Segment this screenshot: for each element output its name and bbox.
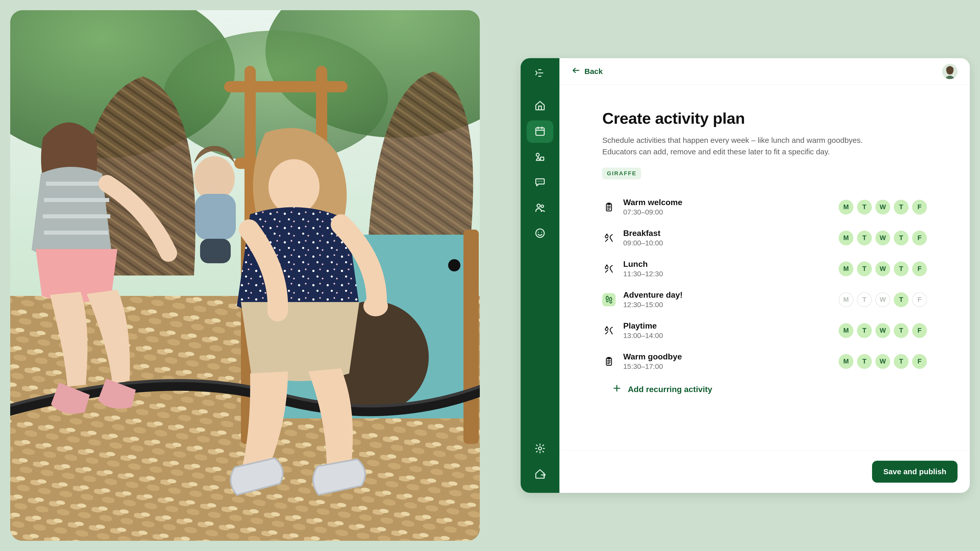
sidebar-item-people[interactable] — [527, 197, 553, 219]
day-toggle[interactable]: W — [875, 323, 890, 338]
sidebar-item-calendar[interactable] — [527, 121, 553, 143]
main-panel: Back Create activity plan Schedule activ… — [559, 58, 970, 493]
sidebar-item-home[interactable] — [527, 95, 553, 118]
svg-rect-36 — [463, 230, 479, 444]
svg-point-48 — [269, 159, 320, 214]
activity-time: 12:30–15:00 — [623, 301, 682, 309]
day-toggle[interactable]: F — [912, 292, 927, 307]
utensils-icon — [602, 324, 616, 337]
calendar-icon — [535, 125, 546, 138]
topbar: Back — [559, 58, 970, 85]
back-button[interactable]: Back — [572, 66, 603, 76]
day-toggle[interactable]: T — [894, 323, 908, 338]
day-toggle-group: MTWTF — [838, 200, 927, 214]
footer: Save and publish — [559, 450, 970, 493]
day-toggle-group: MTWTF — [838, 292, 927, 307]
day-toggle[interactable]: W — [875, 292, 890, 307]
people-icon — [535, 202, 546, 214]
smile-icon — [535, 227, 546, 240]
day-toggle[interactable]: F — [912, 230, 927, 245]
day-toggle[interactable]: M — [838, 230, 853, 245]
sidebar — [520, 58, 559, 493]
svg-point-39 — [448, 259, 460, 272]
home-icon — [535, 100, 546, 112]
chat-icon — [535, 176, 546, 189]
activity-title: Adventure day! — [623, 290, 682, 300]
avatar-image — [942, 64, 958, 79]
day-toggle[interactable]: F — [912, 323, 927, 338]
svg-point-49 — [363, 296, 388, 316]
day-toggle[interactable]: M — [838, 292, 853, 307]
avatar[interactable] — [942, 64, 958, 79]
page-description: Schedule activities that happen every we… — [602, 135, 873, 157]
day-toggle-group: MTWTF — [838, 354, 927, 369]
clipboard-icon — [602, 355, 616, 368]
day-toggle[interactable]: W — [875, 200, 890, 214]
svg-rect-42 — [200, 239, 231, 263]
activity-time: 13:00–14:00 — [623, 332, 663, 340]
day-toggle[interactable]: T — [894, 354, 908, 369]
day-toggle[interactable]: F — [912, 354, 927, 369]
day-toggle[interactable]: T — [894, 292, 908, 307]
day-toggle[interactable]: T — [857, 292, 872, 307]
activity-time: 09:00–10:00 — [623, 239, 663, 247]
day-toggle[interactable]: T — [857, 323, 872, 338]
activity-row[interactable]: Breakfast09:00–10:00MTWTF — [602, 222, 927, 253]
day-toggle-group: MTWTF — [838, 323, 927, 338]
day-toggle[interactable]: T — [857, 354, 872, 369]
activity-time: 07:30–09:00 — [623, 208, 682, 216]
activity-row[interactable]: Warm goodbye15:30–17:00MTWTF — [602, 346, 927, 377]
day-toggle[interactable]: T — [894, 200, 908, 214]
sidebar-item-chat[interactable] — [527, 171, 553, 194]
sidebar-item-exit[interactable] — [527, 463, 553, 486]
day-toggle[interactable]: T — [857, 200, 872, 214]
sidebar-item-settings[interactable] — [527, 438, 553, 460]
day-toggle[interactable]: M — [838, 323, 853, 338]
activity-title: Playtime — [623, 321, 663, 330]
day-toggle[interactable]: W — [875, 230, 890, 245]
utensils-icon — [602, 262, 616, 275]
activity-row[interactable]: Lunch11:30–12:30MTWTF — [602, 253, 927, 284]
day-toggle[interactable]: M — [838, 200, 853, 214]
add-label: Add recurring activity — [628, 385, 712, 394]
clipboard-icon — [602, 200, 616, 214]
sidebar-item-smile[interactable] — [527, 222, 553, 245]
primary-button-label: Save and publish — [883, 467, 946, 476]
expand-icon — [535, 67, 546, 79]
activity-row[interactable]: Playtime13:00–14:00MTWTF — [602, 315, 927, 346]
activity-title: Breakfast — [623, 229, 663, 238]
add-recurring-activity-button[interactable]: Add recurring activity — [602, 384, 927, 395]
sidebar-item-shapes[interactable] — [527, 146, 553, 168]
day-toggle[interactable]: M — [838, 354, 853, 369]
day-toggle[interactable]: F — [912, 200, 927, 214]
page-title: Create activity plan — [602, 109, 927, 127]
day-toggle[interactable]: F — [912, 262, 927, 276]
home-out-icon — [535, 468, 546, 481]
shapes-icon — [535, 151, 546, 163]
activity-title: Warm goodbye — [623, 352, 682, 362]
app-window: Back Create activity plan Schedule activ… — [520, 58, 970, 493]
day-toggle[interactable]: T — [894, 230, 908, 245]
save-and-publish-button[interactable]: Save and publish — [872, 461, 958, 483]
day-toggle[interactable]: W — [875, 262, 890, 276]
day-toggle[interactable]: T — [857, 262, 872, 276]
day-toggle[interactable]: W — [875, 354, 890, 369]
group-tag: GIRAFFE — [602, 168, 641, 179]
activity-list: Warm welcome07:30–09:00MTWTFBreakfast09:… — [602, 192, 927, 377]
content: Create activity plan Schedule activities… — [559, 85, 970, 450]
arrow-left-icon — [572, 66, 580, 76]
activity-row[interactable]: Warm welcome07:30–09:00MTWTF — [602, 192, 927, 222]
footprints-icon — [602, 293, 616, 306]
day-toggle[interactable]: T — [857, 230, 872, 245]
day-toggle[interactable]: T — [894, 262, 908, 276]
sidebar-expand-toggle[interactable] — [527, 65, 553, 82]
activity-row[interactable]: Adventure day!12:30–15:00MTWTF — [602, 284, 927, 315]
day-toggle-group: MTWTF — [838, 262, 927, 276]
activity-title: Warm welcome — [623, 198, 682, 207]
utensils-icon — [602, 231, 616, 245]
activity-time: 15:30–17:00 — [623, 362, 682, 371]
day-toggle[interactable]: M — [838, 262, 853, 276]
activity-title: Lunch — [623, 259, 663, 269]
day-toggle-group: MTWTF — [838, 230, 927, 245]
back-label: Back — [584, 67, 603, 76]
